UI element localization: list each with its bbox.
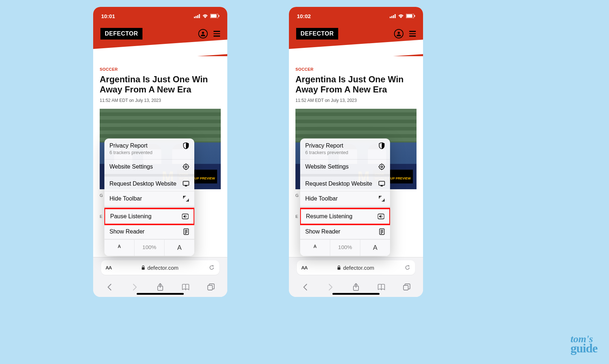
site-logo[interactable]: DEFECTOR [100, 28, 142, 40]
phone-pair: 10:01 DEFECTOR SOCCER Argentina I [93, 7, 423, 297]
svg-rect-5 [211, 15, 217, 18]
show-reader-label: Show Reader [109, 228, 145, 235]
watermark: tom's guide [571, 335, 597, 354]
svg-point-34 [379, 164, 384, 169]
url-bar[interactable]: AA defector.com [297, 260, 415, 275]
zoom-value[interactable]: 100% [134, 240, 165, 256]
svg-point-7 [202, 32, 204, 34]
bookmarks-button[interactable] [376, 282, 387, 293]
svg-rect-25 [208, 285, 212, 290]
status-time: 10:01 [101, 13, 115, 19]
caption-e: E [100, 214, 102, 219]
reader-icon [378, 228, 385, 235]
zoom-value[interactable]: 100% [330, 240, 360, 256]
svg-point-9 [185, 166, 187, 168]
listening-label: Resume Listening [306, 213, 352, 220]
header-actions [198, 29, 220, 38]
header-actions [394, 29, 416, 38]
status-bar: 10:01 [93, 7, 227, 21]
request-desktop-item[interactable]: Request Desktop Website [104, 177, 194, 191]
svg-rect-29 [395, 14, 396, 18]
website-settings-label: Website Settings [109, 164, 153, 170]
page-settings-menu: Privacy Report 6 trackers prevented Webs… [104, 138, 194, 256]
profile-icon[interactable] [394, 29, 403, 38]
forward-button[interactable] [325, 282, 336, 293]
zoom-in-button[interactable]: A [360, 240, 390, 256]
site-logo[interactable]: DEFECTOR [296, 28, 338, 40]
gear-icon [183, 164, 189, 170]
zoom-out-button[interactable]: A [300, 240, 330, 256]
reader-aa-button[interactable]: AA [301, 265, 307, 270]
watermark-line2: guide [571, 343, 597, 354]
svg-rect-40 [379, 181, 385, 185]
desktop-icon [378, 181, 385, 187]
caption-e: E [295, 214, 298, 219]
back-button[interactable] [104, 282, 115, 293]
forward-button[interactable] [129, 282, 140, 293]
bookmarks-button[interactable] [180, 282, 191, 293]
article-category[interactable]: SOCCER [295, 67, 417, 71]
back-button[interactable] [300, 282, 311, 293]
website-settings-item[interactable]: Website Settings [104, 160, 194, 177]
url-bar[interactable]: AA defector.com [101, 260, 219, 275]
expand-icon [183, 195, 189, 202]
article-headline: Argentina Is Just One Win Away From A Ne… [295, 74, 417, 94]
zoom-out-button[interactable]: A [104, 240, 134, 256]
svg-rect-1 [196, 16, 197, 18]
battery-icon [210, 14, 219, 18]
tabs-button[interactable] [401, 282, 412, 293]
reload-icon[interactable] [404, 264, 411, 271]
svg-rect-51 [403, 285, 408, 290]
website-settings-item[interactable]: Website Settings [300, 160, 390, 177]
show-reader-item[interactable]: Show Reader [300, 224, 390, 239]
desktop-icon [183, 181, 189, 187]
privacy-report-item[interactable]: Privacy Report 6 trackers prevented [300, 138, 390, 160]
home-indicator[interactable] [332, 293, 380, 295]
lock-icon [141, 265, 145, 270]
site-header: 10:02 DEFECTOR [289, 7, 423, 56]
request-desktop-label: Request Desktop Website [305, 181, 372, 187]
status-icons [390, 14, 415, 18]
site-header: 10:01 DEFECTOR [93, 7, 227, 56]
header-content: DEFECTOR [289, 21, 423, 40]
cellular-icon [194, 14, 200, 18]
speaker-icon [378, 213, 384, 220]
menu-icon[interactable] [214, 31, 220, 37]
zoom-in-button[interactable]: A [165, 240, 194, 256]
svg-rect-14 [183, 181, 189, 185]
hide-toolbar-label: Hide Toolbar [109, 195, 142, 202]
url-domain: defector.com [147, 265, 178, 271]
share-button[interactable] [155, 282, 166, 293]
listening-item[interactable]: Resume Listening [300, 208, 390, 225]
privacy-report-item[interactable]: Privacy Report 6 trackers prevented [104, 138, 194, 160]
article-headline: Argentina Is Just One Win Away From A Ne… [100, 74, 221, 94]
menu-icon[interactable] [409, 31, 416, 37]
speaker-icon [182, 213, 188, 220]
reader-aa-button[interactable]: AA [105, 265, 112, 270]
url-display: defector.com [141, 265, 178, 271]
zoom-row: A 100% A [104, 239, 194, 256]
tabs-button[interactable] [206, 282, 216, 293]
svg-rect-31 [407, 15, 413, 18]
show-reader-item[interactable]: Show Reader [104, 224, 194, 239]
share-button[interactable] [351, 282, 361, 293]
reader-icon [183, 228, 189, 235]
reload-icon[interactable] [208, 264, 215, 271]
privacy-report-sub: 6 trackers prevented [109, 150, 189, 155]
listening-item[interactable]: Pause Listening [104, 208, 194, 225]
home-indicator[interactable] [137, 293, 184, 295]
safari-chrome: AA defector.com [289, 257, 423, 297]
hide-toolbar-item[interactable]: Hide Toolbar [300, 191, 390, 208]
article-timestamp: 11:52 AM EDT on July 13, 2023 [100, 98, 221, 103]
svg-rect-15 [185, 186, 187, 186]
privacy-report-label: Privacy Report [305, 142, 343, 149]
zoom-row: A 100% A [300, 239, 390, 256]
website-settings-label: Website Settings [305, 164, 349, 170]
hide-toolbar-item[interactable]: Hide Toolbar [104, 191, 194, 208]
article-timestamp: 11:52 AM EDT on July 13, 2023 [295, 98, 417, 103]
svg-rect-41 [381, 186, 383, 186]
article-category[interactable]: SOCCER [100, 67, 221, 71]
svg-rect-26 [390, 17, 391, 18]
profile-icon[interactable] [198, 29, 208, 38]
request-desktop-item[interactable]: Request Desktop Website [300, 177, 390, 191]
